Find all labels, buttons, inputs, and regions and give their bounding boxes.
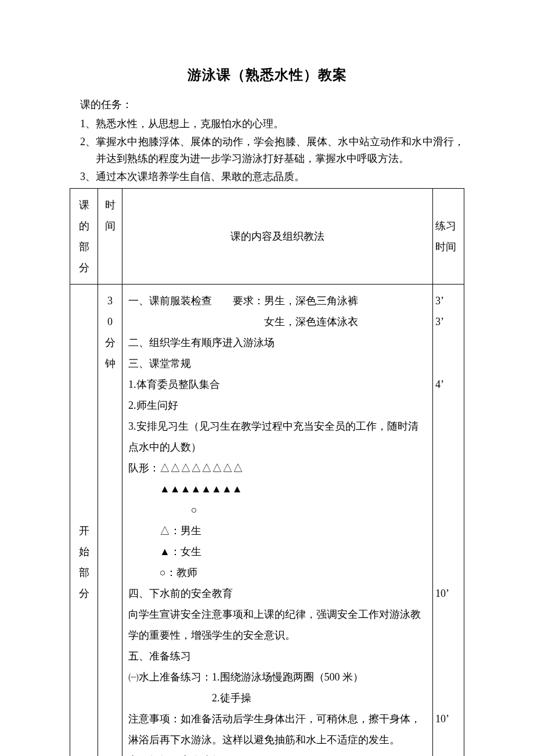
content-line: ㈠水上准备练习：1.围绕游泳场慢跑两圈（500 米） xyxy=(128,667,427,687)
content-line: 1.体育委员整队集合 xyxy=(128,374,427,395)
table-row: 开始部分 30分钟 一、课前服装检查 要求：男生，深色三角泳裤 女生，深色连体泳… xyxy=(70,285,464,756)
hdr-part: 课的部分 xyxy=(70,189,98,285)
content-line: 3.安排见习生（见习生在教学过程中充当安全员的工作，随时清点水中的人数） xyxy=(128,416,427,458)
content-line: 队形：△△△△△△△△ xyxy=(128,458,427,478)
task-item: 1、熟悉水性，从思想上，克服怕水的心理。 xyxy=(70,116,464,132)
content-line: ▲▲▲▲▲▲▲▲ xyxy=(128,478,427,499)
content-line: △：男生 xyxy=(128,520,427,541)
task-num: 3、 xyxy=(80,168,96,185)
cell-content: 一、课前服装检查 要求：男生，深色三角泳裤 女生，深色连体泳衣二、组织学生有顺序… xyxy=(122,285,433,756)
content-line: 五、准备练习 xyxy=(128,646,427,667)
practice-time: 4’ xyxy=(435,374,461,395)
practice-time: 10’ xyxy=(435,708,461,729)
doc-title: 游泳课（熟悉水性）教案 xyxy=(70,64,464,86)
cell-part: 开始部分 xyxy=(70,285,98,756)
practice-time: 3’ xyxy=(435,311,461,332)
cell-practice: 3’3’ 4’ 10’ 10’ xyxy=(433,285,464,756)
cell-time: 30分钟 xyxy=(98,285,122,756)
content-line: 2.师生问好 xyxy=(128,395,427,416)
task-item: 3、通过本次课培养学生自信、果敢的意志品质。 xyxy=(70,168,464,185)
content-line: 注意事项：如准备活动后学生身体出汗，可稍休息，擦干身体，淋浴后再下水游泳。这样以… xyxy=(128,708,427,750)
lesson-table: 课的部分 时间 课的内容及组织教法 练习时间 开始部分 30分钟 一、课前服装检… xyxy=(70,188,464,756)
task-item: 2、掌握水中抱膝浮体、展体的动作，学会抱膝、展体、水中站立动作和水中滑行，并达到… xyxy=(70,134,464,167)
content-line: ○ xyxy=(128,499,427,520)
content-line: 四、下水前的安全教育 xyxy=(128,583,427,604)
content-line: 女生，深色连体泳衣 xyxy=(128,311,427,332)
content-line: 三、课堂常规 xyxy=(128,353,427,374)
content-line: ▲：女生 xyxy=(128,541,427,562)
practice-time: 10’ xyxy=(435,583,461,604)
task-num: 2、 xyxy=(80,134,96,167)
content-line: 向学生宣讲安全注意事项和上课的纪律，强调安全工作对游泳教学的重要性，增强学生的安… xyxy=(128,604,427,646)
hdr-content: 课的内容及组织教法 xyxy=(122,189,433,285)
hdr-time: 时间 xyxy=(98,189,122,285)
task-text: 熟悉水性，从思想上，克服怕水的心理。 xyxy=(96,116,464,132)
tasks-list: 1、熟悉水性，从思想上，克服怕水的心理。2、掌握水中抱膝浮体、展体的动作，学会抱… xyxy=(70,116,464,185)
content-line: ○：教师 xyxy=(128,562,427,583)
task-text: 掌握水中抱膝浮体、展体的动作，学会抱膝、展体、水中站立动作和水中滑行，并达到熟练… xyxy=(96,134,464,167)
content-line: 六、组织好安全小组 xyxy=(128,750,427,756)
content-line: 2.徒手操 xyxy=(128,687,427,708)
task-num: 1、 xyxy=(80,116,96,132)
hdr-practice: 练习时间 xyxy=(433,189,464,285)
content-line: 二、组织学生有顺序进入游泳场 xyxy=(128,332,427,353)
content-line: 一、课前服装检查 要求：男生，深色三角泳裤 xyxy=(128,290,427,311)
table-header-row: 课的部分 时间 课的内容及组织教法 练习时间 xyxy=(70,189,464,285)
tasks-label: 课的任务： xyxy=(70,96,464,113)
practice-time: 3’ xyxy=(435,290,461,311)
task-text: 通过本次课培养学生自信、果敢的意志品质。 xyxy=(96,168,464,185)
